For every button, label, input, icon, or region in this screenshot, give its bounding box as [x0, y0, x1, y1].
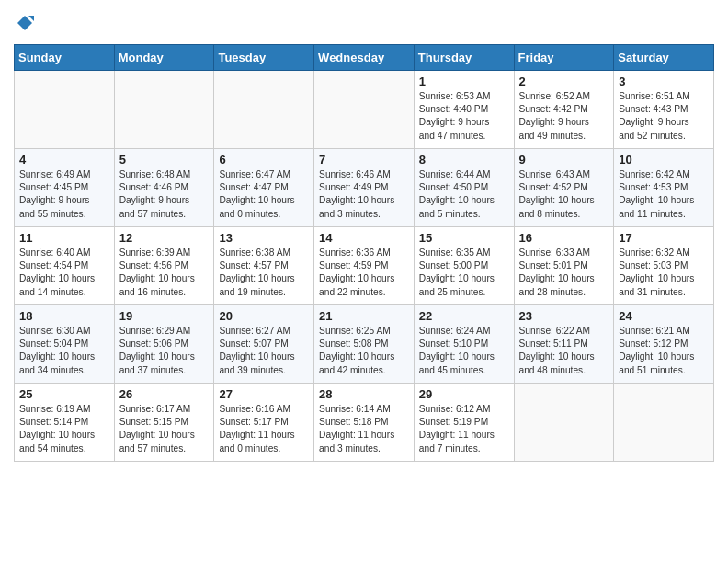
day-number: 23	[519, 309, 609, 323]
calendar-cell: 18Sunrise: 6:30 AM Sunset: 5:04 PM Dayli…	[15, 304, 115, 383]
day-info: Sunrise: 6:35 AM Sunset: 5:00 PM Dayligh…	[419, 247, 509, 299]
day-info: Sunrise: 6:46 AM Sunset: 4:49 PM Dayligh…	[319, 168, 409, 221]
day-info: Sunrise: 6:38 AM Sunset: 4:57 PM Dayligh…	[219, 247, 309, 299]
day-number: 26	[119, 387, 210, 401]
day-number: 17	[619, 231, 709, 245]
calendar-cell: 21Sunrise: 6:25 AM Sunset: 5:08 PM Dayli…	[314, 304, 415, 383]
day-info: Sunrise: 6:21 AM Sunset: 5:12 PM Dayligh…	[619, 325, 709, 377]
calendar-week-row: 1Sunrise: 6:53 AM Sunset: 4:40 PM Daylig…	[15, 70, 714, 148]
day-info: Sunrise: 6:47 AM Sunset: 4:47 PM Dayligh…	[219, 168, 309, 221]
calendar-week-row: 11Sunrise: 6:40 AM Sunset: 4:54 PM Dayli…	[15, 226, 714, 304]
day-number: 9	[519, 153, 609, 167]
day-number: 6	[219, 153, 309, 167]
day-number: 15	[419, 231, 509, 245]
day-number: 12	[119, 231, 210, 245]
day-info: Sunrise: 6:40 AM Sunset: 4:54 PM Dayligh…	[19, 247, 109, 299]
day-info: Sunrise: 6:17 AM Sunset: 5:15 PM Dayligh…	[119, 403, 210, 455]
calendar-cell: 7Sunrise: 6:46 AM Sunset: 4:49 PM Daylig…	[314, 148, 415, 226]
calendar-cell: 24Sunrise: 6:21 AM Sunset: 5:12 PM Dayli…	[614, 304, 714, 383]
day-of-week-header: Thursday	[414, 44, 514, 70]
calendar-cell: 12Sunrise: 6:39 AM Sunset: 4:56 PM Dayli…	[114, 226, 214, 304]
day-info: Sunrise: 6:33 AM Sunset: 5:01 PM Dayligh…	[519, 247, 609, 299]
calendar-cell: 3Sunrise: 6:51 AM Sunset: 4:43 PM Daylig…	[614, 70, 714, 148]
calendar-cell: 6Sunrise: 6:47 AM Sunset: 4:47 PM Daylig…	[214, 148, 314, 226]
day-info: Sunrise: 6:48 AM Sunset: 4:46 PM Dayligh…	[119, 168, 210, 221]
calendar-cell: 8Sunrise: 6:44 AM Sunset: 4:50 PM Daylig…	[414, 148, 514, 226]
day-info: Sunrise: 6:52 AM Sunset: 4:42 PM Dayligh…	[519, 90, 609, 143]
day-number: 20	[219, 309, 309, 323]
day-number: 29	[419, 387, 509, 401]
calendar-cell	[514, 383, 614, 461]
calendar-cell: 29Sunrise: 6:12 AM Sunset: 5:19 PM Dayli…	[414, 383, 514, 461]
calendar-cell: 10Sunrise: 6:42 AM Sunset: 4:53 PM Dayli…	[614, 148, 714, 226]
day-number: 16	[519, 231, 609, 245]
calendar-week-row: 4Sunrise: 6:49 AM Sunset: 4:45 PM Daylig…	[15, 148, 714, 226]
calendar-cell: 25Sunrise: 6:19 AM Sunset: 5:14 PM Dayli…	[15, 383, 115, 461]
logo-icon	[16, 14, 34, 32]
day-info: Sunrise: 6:42 AM Sunset: 4:53 PM Dayligh…	[619, 168, 709, 221]
day-number: 5	[119, 153, 210, 167]
day-info: Sunrise: 6:44 AM Sunset: 4:50 PM Dayligh…	[419, 168, 509, 221]
day-number: 14	[319, 231, 409, 245]
calendar-cell	[314, 70, 415, 148]
day-info: Sunrise: 6:16 AM Sunset: 5:17 PM Dayligh…	[219, 403, 309, 455]
calendar-cell: 27Sunrise: 6:16 AM Sunset: 5:17 PM Dayli…	[214, 383, 314, 461]
day-of-week-header: Tuesday	[214, 44, 314, 70]
calendar-cell: 2Sunrise: 6:52 AM Sunset: 4:42 PM Daylig…	[514, 70, 614, 148]
day-number: 27	[219, 387, 309, 401]
calendar-cell: 1Sunrise: 6:53 AM Sunset: 4:40 PM Daylig…	[414, 70, 514, 148]
day-info: Sunrise: 6:19 AM Sunset: 5:14 PM Dayligh…	[19, 403, 109, 455]
calendar-cell: 9Sunrise: 6:43 AM Sunset: 4:52 PM Daylig…	[514, 148, 614, 226]
calendar-cell: 19Sunrise: 6:29 AM Sunset: 5:06 PM Dayli…	[114, 304, 214, 383]
calendar-table: SundayMondayTuesdayWednesdayThursdayFrid…	[14, 44, 714, 462]
calendar-cell: 5Sunrise: 6:48 AM Sunset: 4:46 PM Daylig…	[114, 148, 214, 226]
day-number: 22	[419, 309, 509, 323]
day-info: Sunrise: 6:53 AM Sunset: 4:40 PM Dayligh…	[419, 90, 509, 143]
calendar-cell: 22Sunrise: 6:24 AM Sunset: 5:10 PM Dayli…	[414, 304, 514, 383]
calendar-cell: 4Sunrise: 6:49 AM Sunset: 4:45 PM Daylig…	[15, 148, 115, 226]
day-info: Sunrise: 6:49 AM Sunset: 4:45 PM Dayligh…	[19, 168, 109, 221]
day-number: 13	[219, 231, 309, 245]
day-info: Sunrise: 6:24 AM Sunset: 5:10 PM Dayligh…	[419, 325, 509, 377]
calendar-cell: 11Sunrise: 6:40 AM Sunset: 4:54 PM Dayli…	[15, 226, 115, 304]
day-number: 19	[119, 309, 210, 323]
calendar-cell: 17Sunrise: 6:32 AM Sunset: 5:03 PM Dayli…	[614, 226, 714, 304]
day-info: Sunrise: 6:30 AM Sunset: 5:04 PM Dayligh…	[19, 325, 109, 377]
day-number: 7	[319, 153, 409, 167]
calendar-cell	[15, 70, 115, 148]
day-info: Sunrise: 6:12 AM Sunset: 5:19 PM Dayligh…	[419, 403, 509, 455]
day-number: 1	[419, 75, 509, 88]
svg-marker-0	[17, 16, 32, 30]
day-info: Sunrise: 6:29 AM Sunset: 5:06 PM Dayligh…	[119, 325, 210, 377]
calendar-cell	[614, 383, 714, 461]
day-number: 4	[19, 153, 109, 167]
day-of-week-header: Friday	[514, 44, 614, 70]
day-of-week-header: Wednesday	[314, 44, 415, 70]
day-number: 18	[19, 309, 109, 323]
day-info: Sunrise: 6:36 AM Sunset: 4:59 PM Dayligh…	[319, 247, 409, 299]
day-of-week-header: Monday	[114, 44, 214, 70]
day-number: 21	[319, 309, 409, 323]
day-of-week-header: Saturday	[614, 44, 714, 70]
day-number: 28	[319, 387, 409, 401]
day-info: Sunrise: 6:43 AM Sunset: 4:52 PM Dayligh…	[519, 168, 609, 221]
day-number: 10	[619, 153, 709, 167]
calendar-cell	[114, 70, 214, 148]
calendar-week-row: 25Sunrise: 6:19 AM Sunset: 5:14 PM Dayli…	[15, 383, 714, 461]
day-info: Sunrise: 6:51 AM Sunset: 4:43 PM Dayligh…	[619, 90, 709, 143]
day-number: 2	[519, 75, 609, 88]
day-info: Sunrise: 6:32 AM Sunset: 5:03 PM Dayligh…	[619, 247, 709, 299]
day-number: 11	[19, 231, 109, 245]
day-info: Sunrise: 6:27 AM Sunset: 5:07 PM Dayligh…	[219, 325, 309, 377]
day-info: Sunrise: 6:22 AM Sunset: 5:11 PM Dayligh…	[519, 325, 609, 377]
day-info: Sunrise: 6:39 AM Sunset: 4:56 PM Dayligh…	[119, 247, 210, 299]
calendar-header-row: SundayMondayTuesdayWednesdayThursdayFrid…	[15, 44, 714, 70]
day-of-week-header: Sunday	[15, 44, 115, 70]
logo	[14, 14, 34, 37]
calendar-cell	[214, 70, 314, 148]
calendar-cell: 14Sunrise: 6:36 AM Sunset: 4:59 PM Dayli…	[314, 226, 415, 304]
page-header	[14, 9, 714, 37]
calendar-cell: 16Sunrise: 6:33 AM Sunset: 5:01 PM Dayli…	[514, 226, 614, 304]
calendar-week-row: 18Sunrise: 6:30 AM Sunset: 5:04 PM Dayli…	[15, 304, 714, 383]
day-number: 24	[619, 309, 709, 323]
